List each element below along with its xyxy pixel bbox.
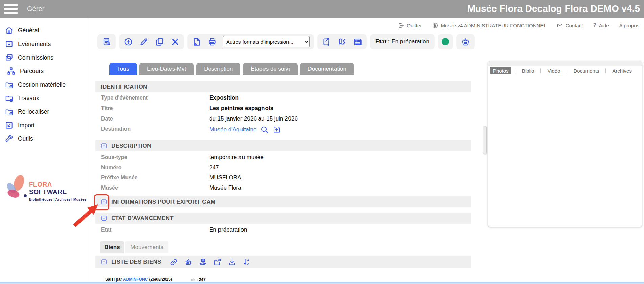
basket-icon — [461, 37, 470, 46]
sidebar-item-outils[interactable]: Outils — [0, 132, 88, 146]
open-record-icon[interactable] — [273, 126, 281, 134]
question-mark-icon: ? — [593, 22, 596, 29]
sidebar-item-re-localiser[interactable]: Re-localiser — [0, 105, 88, 118]
top-header-bar: Gérer Musée Flora Decalog Flora DEMO v4.… — [0, 0, 644, 18]
cartel-button[interactable] — [352, 37, 363, 47]
tab-documentation[interactable]: Documentation — [300, 63, 354, 75]
subtab-mouvements[interactable]: Mouvements — [125, 241, 168, 253]
sort-button[interactable]: AZ — [242, 258, 251, 266]
assign-button[interactable] — [199, 258, 207, 266]
section-title: IDENTIFICATION — [101, 84, 147, 90]
tab-separator — [605, 68, 606, 73]
tab-lieu-dates-mvt[interactable]: Lieu-Dates-Mvt — [139, 63, 194, 75]
contact-link[interactable]: Contact — [557, 22, 583, 29]
logo-flora-text: FLORA — [29, 181, 52, 188]
section-title: LISTE DES BIENS — [111, 259, 161, 265]
exit-icon — [398, 22, 404, 29]
menu-label[interactable]: Gérer — [27, 0, 44, 18]
sidebar-item-evenements[interactable]: Evènements — [0, 37, 88, 51]
quit-button[interactable]: Quitter — [398, 22, 422, 29]
svg-text:A: A — [247, 259, 249, 262]
edit-button[interactable] — [139, 37, 149, 47]
delete-button[interactable] — [170, 37, 180, 47]
user-menu[interactable]: Musée v4 ADMINISTRATEUR FONCTIONNEL — [432, 22, 546, 29]
etat-label: Etat : — [375, 38, 390, 45]
tab-video[interactable]: Vidéo — [545, 67, 563, 74]
hamburger-menu-icon[interactable] — [4, 4, 18, 14]
collapse-toggle[interactable] — [101, 215, 107, 221]
section-title: INFORMATIONS POUR EXPORT GAM — [111, 199, 215, 205]
download-button[interactable] — [228, 258, 236, 266]
sidebar-item-gestion-materielle[interactable]: Gestion matérielle — [0, 78, 88, 91]
tab-photos[interactable]: Photos — [490, 67, 511, 74]
green-status-dot-icon — [442, 38, 449, 45]
collapse-toggle[interactable] — [101, 259, 107, 265]
destination-link[interactable]: Musée d'Aquitaine — [209, 126, 256, 133]
mail-icon — [557, 22, 563, 29]
about-link[interactable]: A propos — [619, 23, 639, 28]
archive-box-icon — [5, 40, 14, 48]
help-link[interactable]: ? Aide — [593, 22, 609, 29]
subtab-biens[interactable]: Biens — [100, 241, 124, 253]
tab-documents[interactable]: Documents — [571, 67, 602, 74]
section-export-gam-header: INFORMATIONS POUR EXPORT GAM — [95, 196, 471, 207]
record-toolbar: Autres formats d'impression... Etat : En… — [97, 34, 475, 49]
flora-petals-icon — [4, 173, 28, 204]
id-card-icon — [353, 37, 362, 46]
import-icon — [5, 121, 14, 130]
etat-status-badge: Etat : En préparation — [370, 34, 435, 49]
sidebar-item-import[interactable]: Import — [0, 118, 88, 132]
sidebar-item-parcours[interactable]: Parcours — [0, 64, 88, 78]
tab-description[interactable]: Description — [196, 63, 240, 75]
duplicate-button[interactable] — [154, 37, 164, 47]
panel-collapse-handle[interactable] — [483, 126, 487, 154]
user-icon — [432, 22, 438, 29]
link-items-button[interactable] — [169, 258, 178, 266]
field-row: Sous-type temporaire au musée — [95, 153, 471, 163]
media-panel-tabs: Photos Biblio Vidéo Documents Archives — [488, 66, 642, 75]
sidebar-item-general[interactable]: Général — [0, 24, 88, 37]
tab-biblio[interactable]: Biblio — [519, 67, 537, 74]
field-row: Destination Musée d'Aquitaine — [95, 125, 471, 135]
logo-dot — [24, 194, 27, 197]
tab-archives[interactable]: Archives — [610, 67, 635, 74]
section-liste-biens-header: LISTE DES BIENS AZ — [95, 256, 471, 268]
section-title: ETAT D'AVANCEMENT — [111, 215, 174, 222]
sitemap-icon — [7, 67, 16, 75]
open-external-button[interactable] — [213, 258, 222, 266]
file-export-icon — [322, 37, 331, 46]
tab-separator — [567, 68, 567, 73]
uk-field: uk :247 — [191, 277, 206, 282]
wrench-icon — [5, 134, 14, 143]
folders-icon — [5, 53, 14, 62]
sidebar-item-commissions[interactable]: Commissions — [0, 51, 88, 64]
external-link-icon — [213, 258, 222, 266]
add-button[interactable] — [123, 37, 133, 47]
plus-circle-icon — [124, 37, 133, 46]
copy-icon — [155, 37, 164, 46]
media-panel: Photos Biblio Vidéo Documents Archives — [488, 61, 642, 227]
field-row: Titre Les peintres espagnols — [95, 104, 471, 114]
print-notice-button[interactable] — [191, 37, 202, 47]
print-format-select[interactable]: Autres formats d'impression... — [223, 36, 310, 47]
minus-square-icon — [101, 215, 107, 221]
tab-tous[interactable]: Tous — [109, 63, 137, 75]
sidebar-item-travaux[interactable]: Travaux — [0, 91, 88, 105]
sort-az-icon: AZ — [243, 258, 251, 266]
saisi-user-link[interactable]: ADMINFONC — [123, 277, 148, 282]
basket-add-button[interactable] — [184, 258, 193, 266]
recolement-button[interactable] — [337, 37, 347, 47]
folder-globe-icon — [5, 80, 14, 89]
search-icon[interactable] — [260, 126, 269, 134]
search-list-button[interactable] — [101, 37, 112, 47]
export-notice-button[interactable] — [321, 37, 331, 47]
printer-button[interactable] — [207, 37, 217, 47]
tab-separator — [540, 68, 541, 73]
status-indicator-button[interactable] — [438, 34, 453, 49]
tab-etapes-de-suivi[interactable]: Etapes de suivi — [243, 63, 297, 75]
app-title: Musée Flora Decalog Flora DEMO v4.5 — [467, 0, 640, 18]
home-icon — [5, 26, 14, 35]
collapse-toggle[interactable] — [101, 143, 107, 149]
media-panel-cap — [488, 61, 642, 66]
basket-button[interactable] — [456, 34, 475, 49]
